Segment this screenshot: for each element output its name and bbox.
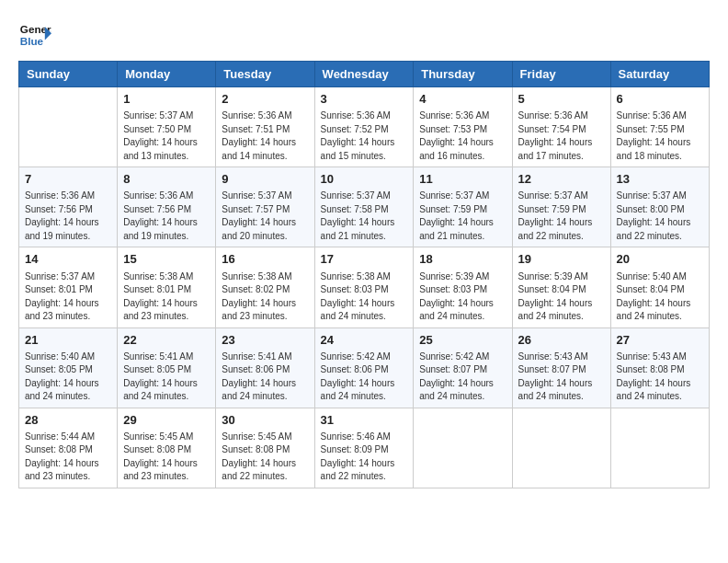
- cell-info: Sunrise: 5:36 AM Sunset: 7:52 PM Dayligh…: [321, 109, 408, 163]
- cell-info: Sunrise: 5:43 AM Sunset: 8:08 PM Dayligh…: [617, 350, 703, 404]
- day-number: 14: [25, 251, 111, 268]
- calendar-cell: 13Sunrise: 5:37 AM Sunset: 8:00 PM Dayli…: [610, 167, 709, 247]
- calendar-cell: 16Sunrise: 5:38 AM Sunset: 8:02 PM Dayli…: [216, 247, 314, 327]
- cell-info: Sunrise: 5:40 AM Sunset: 8:05 PM Dayligh…: [25, 350, 111, 404]
- calendar-cell: 11Sunrise: 5:37 AM Sunset: 7:59 PM Dayli…: [414, 167, 512, 247]
- day-number: 1: [123, 91, 210, 108]
- day-number: 4: [419, 91, 506, 108]
- cell-info: Sunrise: 5:36 AM Sunset: 7:56 PM Dayligh…: [25, 190, 111, 243]
- calendar-cell: 29Sunrise: 5:45 AM Sunset: 8:08 PM Dayli…: [118, 408, 216, 488]
- calendar-cell: 12Sunrise: 5:37 AM Sunset: 7:59 PM Dayli…: [512, 167, 610, 247]
- calendar-cell: 10Sunrise: 5:37 AM Sunset: 7:58 PM Dayli…: [314, 167, 414, 247]
- day-number: 25: [419, 332, 506, 349]
- day-number: 3: [321, 91, 408, 108]
- cell-info: Sunrise: 5:36 AM Sunset: 7:53 PM Dayligh…: [419, 109, 506, 163]
- calendar-cell: [512, 408, 610, 488]
- cell-info: Sunrise: 5:42 AM Sunset: 8:06 PM Dayligh…: [321, 350, 408, 404]
- header-thursday: Thursday: [414, 62, 512, 87]
- day-number: 11: [419, 171, 506, 188]
- header-wednesday: Wednesday: [314, 62, 414, 87]
- day-number: 5: [518, 91, 605, 108]
- day-number: 12: [518, 171, 605, 188]
- calendar-cell: 6Sunrise: 5:36 AM Sunset: 7:55 PM Daylig…: [610, 87, 709, 167]
- calendar-cell: 18Sunrise: 5:39 AM Sunset: 8:03 PM Dayli…: [414, 247, 512, 327]
- day-number: 27: [617, 332, 703, 349]
- cell-info: Sunrise: 5:36 AM Sunset: 7:54 PM Dayligh…: [518, 109, 605, 163]
- day-number: 9: [222, 171, 308, 188]
- day-number: 13: [617, 171, 703, 188]
- day-number: 21: [25, 332, 111, 349]
- calendar-cell: 23Sunrise: 5:41 AM Sunset: 8:06 PM Dayli…: [216, 327, 314, 408]
- calendar-cell: [19, 87, 118, 167]
- day-number: 20: [617, 251, 703, 268]
- day-number: 2: [222, 91, 308, 108]
- header-monday: Monday: [118, 62, 216, 87]
- cell-info: Sunrise: 5:38 AM Sunset: 8:03 PM Dayligh…: [321, 270, 408, 324]
- calendar-cell: 24Sunrise: 5:42 AM Sunset: 8:06 PM Dayli…: [314, 327, 414, 408]
- calendar-cell: 28Sunrise: 5:44 AM Sunset: 8:08 PM Dayli…: [19, 408, 118, 488]
- cell-info: Sunrise: 5:37 AM Sunset: 8:01 PM Dayligh…: [25, 270, 111, 324]
- day-number: 26: [518, 332, 605, 349]
- day-number: 6: [617, 91, 703, 108]
- cell-info: Sunrise: 5:43 AM Sunset: 8:07 PM Dayligh…: [518, 350, 605, 404]
- header-friday: Friday: [512, 62, 610, 87]
- day-number: 7: [25, 171, 111, 188]
- cell-info: Sunrise: 5:36 AM Sunset: 7:55 PM Dayligh…: [617, 109, 703, 163]
- cell-info: Sunrise: 5:39 AM Sunset: 8:04 PM Dayligh…: [518, 270, 605, 324]
- calendar-week-row: 1Sunrise: 5:37 AM Sunset: 7:50 PM Daylig…: [19, 87, 710, 167]
- calendar-week-row: 28Sunrise: 5:44 AM Sunset: 8:08 PM Dayli…: [19, 408, 710, 488]
- day-number: 8: [123, 171, 210, 188]
- cell-info: Sunrise: 5:37 AM Sunset: 7:57 PM Dayligh…: [222, 190, 308, 243]
- cell-info: Sunrise: 5:37 AM Sunset: 8:00 PM Dayligh…: [617, 190, 703, 243]
- calendar-week-row: 7Sunrise: 5:36 AM Sunset: 7:56 PM Daylig…: [19, 167, 710, 247]
- calendar-cell: 14Sunrise: 5:37 AM Sunset: 8:01 PM Dayli…: [19, 247, 118, 327]
- calendar-cell: 15Sunrise: 5:38 AM Sunset: 8:01 PM Dayli…: [118, 247, 216, 327]
- cell-info: Sunrise: 5:38 AM Sunset: 8:02 PM Dayligh…: [222, 270, 308, 324]
- calendar-cell: 27Sunrise: 5:43 AM Sunset: 8:08 PM Dayli…: [610, 327, 709, 408]
- header-sunday: Sunday: [19, 62, 118, 87]
- calendar-table: SundayMondayTuesdayWednesdayThursdayFrid…: [18, 61, 710, 488]
- calendar-cell: 7Sunrise: 5:36 AM Sunset: 7:56 PM Daylig…: [19, 167, 118, 247]
- day-number: 31: [321, 412, 408, 429]
- calendar-cell: 1Sunrise: 5:37 AM Sunset: 7:50 PM Daylig…: [118, 87, 216, 167]
- calendar-cell: 9Sunrise: 5:37 AM Sunset: 7:57 PM Daylig…: [216, 167, 314, 247]
- calendar-cell: 2Sunrise: 5:36 AM Sunset: 7:51 PM Daylig…: [216, 87, 314, 167]
- cell-info: Sunrise: 5:37 AM Sunset: 7:50 PM Dayligh…: [123, 109, 210, 163]
- cell-info: Sunrise: 5:45 AM Sunset: 8:08 PM Dayligh…: [123, 431, 210, 484]
- cell-info: Sunrise: 5:38 AM Sunset: 8:01 PM Dayligh…: [123, 270, 210, 324]
- cell-info: Sunrise: 5:36 AM Sunset: 7:51 PM Dayligh…: [222, 109, 308, 163]
- page-header: General Blue: [18, 18, 710, 52]
- calendar-cell: 25Sunrise: 5:42 AM Sunset: 8:07 PM Dayli…: [414, 327, 512, 408]
- calendar-cell: [610, 408, 709, 488]
- calendar-cell: 31Sunrise: 5:46 AM Sunset: 8:09 PM Dayli…: [314, 408, 414, 488]
- calendar-cell: 17Sunrise: 5:38 AM Sunset: 8:03 PM Dayli…: [314, 247, 414, 327]
- logo: General Blue: [18, 18, 57, 52]
- day-number: 10: [321, 171, 408, 188]
- calendar-cell: [414, 408, 512, 488]
- logo-icon: General Blue: [18, 18, 51, 52]
- day-number: 29: [123, 412, 210, 429]
- day-number: 19: [518, 251, 605, 268]
- cell-info: Sunrise: 5:37 AM Sunset: 7:58 PM Dayligh…: [321, 190, 408, 243]
- day-number: 15: [123, 251, 210, 268]
- calendar-week-row: 21Sunrise: 5:40 AM Sunset: 8:05 PM Dayli…: [19, 327, 710, 408]
- calendar-cell: 30Sunrise: 5:45 AM Sunset: 8:08 PM Dayli…: [216, 408, 314, 488]
- cell-info: Sunrise: 5:41 AM Sunset: 8:06 PM Dayligh…: [222, 350, 308, 404]
- day-number: 28: [25, 412, 111, 429]
- svg-text:Blue: Blue: [20, 35, 44, 47]
- cell-info: Sunrise: 5:42 AM Sunset: 8:07 PM Dayligh…: [419, 350, 506, 404]
- calendar-week-row: 14Sunrise: 5:37 AM Sunset: 8:01 PM Dayli…: [19, 247, 710, 327]
- calendar-cell: 22Sunrise: 5:41 AM Sunset: 8:05 PM Dayli…: [118, 327, 216, 408]
- cell-info: Sunrise: 5:41 AM Sunset: 8:05 PM Dayligh…: [123, 350, 210, 404]
- cell-info: Sunrise: 5:37 AM Sunset: 7:59 PM Dayligh…: [419, 190, 506, 243]
- day-number: 18: [419, 251, 506, 268]
- header-saturday: Saturday: [610, 62, 709, 87]
- calendar-cell: 19Sunrise: 5:39 AM Sunset: 8:04 PM Dayli…: [512, 247, 610, 327]
- day-number: 23: [222, 332, 308, 349]
- calendar-cell: 4Sunrise: 5:36 AM Sunset: 7:53 PM Daylig…: [414, 87, 512, 167]
- calendar-cell: 20Sunrise: 5:40 AM Sunset: 8:04 PM Dayli…: [610, 247, 709, 327]
- calendar-header-row: SundayMondayTuesdayWednesdayThursdayFrid…: [19, 62, 710, 87]
- cell-info: Sunrise: 5:37 AM Sunset: 7:59 PM Dayligh…: [518, 190, 605, 243]
- calendar-cell: 26Sunrise: 5:43 AM Sunset: 8:07 PM Dayli…: [512, 327, 610, 408]
- calendar-cell: 5Sunrise: 5:36 AM Sunset: 7:54 PM Daylig…: [512, 87, 610, 167]
